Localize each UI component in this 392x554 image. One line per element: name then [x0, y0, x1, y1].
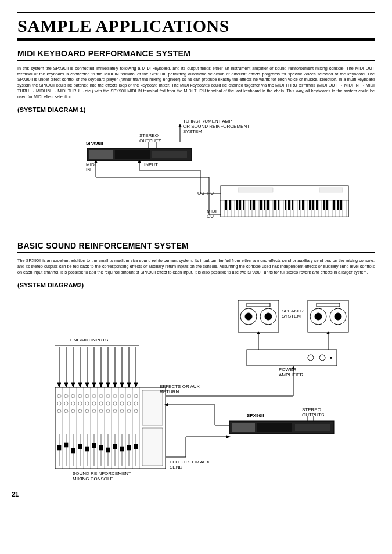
label-midi-out: MIDI OUT	[207, 209, 217, 220]
svg-rect-67	[292, 200, 293, 210]
svg-point-82	[245, 313, 252, 320]
svg-rect-164	[113, 444, 117, 449]
title-underline	[17, 38, 375, 41]
svg-rect-73	[323, 200, 325, 210]
label-spx90ii-2: SPX90II	[247, 413, 264, 419]
svg-rect-94	[247, 350, 337, 366]
svg-rect-60	[260, 200, 262, 210]
svg-rect-156	[85, 447, 89, 451]
svg-point-97	[330, 357, 332, 359]
svg-rect-76	[337, 200, 339, 210]
section1-body: In this system the SPX90II is connected …	[17, 66, 375, 99]
svg-rect-57	[243, 200, 244, 210]
svg-rect-154	[78, 444, 82, 449]
svg-rect-77	[340, 200, 342, 210]
label-midi-in: MIDI IN	[86, 163, 96, 173]
svg-rect-68	[299, 200, 300, 210]
svg-rect-2	[115, 150, 150, 159]
svg-rect-166	[120, 447, 124, 451]
label-fxsend: EFFECTS OR AUX SEND	[170, 460, 210, 470]
svg-rect-162	[106, 448, 110, 452]
label-fxreturn: EFFECTS OR AUX RETURN	[160, 384, 200, 395]
label-stereo-2: STEREO OUTPUTS	[302, 408, 324, 418]
label-linemic: LINE/MIC INPUTS	[70, 338, 108, 343]
label-output: OUTPUT	[197, 191, 217, 196]
svg-rect-148	[57, 445, 61, 450]
svg-rect-61	[264, 200, 265, 210]
section2-body: The SPX90II is an excellent addition to …	[17, 258, 375, 275]
svg-rect-160	[99, 445, 103, 450]
svg-rect-54	[229, 200, 231, 210]
svg-rect-65	[285, 200, 286, 210]
page-number: 21	[12, 491, 19, 498]
svg-rect-3	[152, 151, 187, 158]
svg-rect-195	[232, 423, 255, 432]
label-poweramp: POWER AMPLIFIER	[279, 368, 303, 378]
svg-rect-72	[316, 200, 318, 210]
svg-rect-75	[333, 200, 335, 210]
svg-rect-170	[134, 444, 138, 449]
svg-rect-55	[236, 200, 238, 210]
svg-rect-53	[225, 200, 227, 210]
document-page: SAMPLE APPLICATIONS MIDI KEYBOARD PERFOR…	[0, 0, 392, 503]
label-speaker: SPEAKER SYSTEM	[282, 309, 304, 319]
svg-rect-59	[253, 200, 255, 210]
label-to-amp: TO INSTRUMENT AMP OR SOUND REINFORCEMENT…	[183, 119, 250, 134]
svg-rect-56	[239, 200, 241, 210]
page-title: SAMPLE APPLICATIONS	[17, 16, 375, 36]
section2-subhead: (SYSTEM DIAGRAM2)	[17, 282, 375, 289]
system-diagram-1: TO INSTRUMENT AMP OR SOUND REINFORCEMENT…	[17, 119, 375, 229]
section1-underline	[17, 60, 375, 61]
svg-rect-63	[274, 200, 276, 210]
svg-rect-152	[71, 448, 75, 453]
svg-rect-69	[302, 200, 304, 210]
label-console: SOUND REINFORCEMENT MIXING CONSOLE	[73, 472, 131, 482]
section1-head: MIDI KEYBOARD PERFORMANCE SYSTEM	[17, 49, 375, 58]
svg-rect-150	[64, 443, 68, 447]
svg-rect-91	[317, 303, 340, 307]
svg-rect-62	[267, 200, 269, 210]
svg-rect-158	[92, 443, 96, 448]
svg-rect-64	[278, 200, 279, 210]
svg-rect-196	[257, 423, 292, 432]
svg-rect-70	[309, 200, 311, 210]
svg-rect-171	[142, 390, 163, 425]
svg-rect-79	[319, 188, 343, 192]
svg-point-88	[315, 313, 322, 320]
svg-rect-78	[238, 188, 273, 192]
top-rule	[17, 12, 375, 13]
svg-rect-71	[312, 200, 314, 210]
section2-underline	[17, 252, 375, 253]
system-diagram-2: LINE/MIC INPUTS SPEAKER SYSTEM POWER AMP…	[17, 294, 375, 492]
svg-rect-58	[250, 200, 251, 210]
label-stereo-outputs: STEREO OUTPUTS	[139, 134, 161, 144]
label-spx90ii: SPX90II	[86, 141, 103, 146]
svg-rect-1	[89, 150, 113, 159]
section2-head: BASIC SOUND REINFORCEMENT SYSTEM	[17, 241, 375, 250]
svg-point-90	[335, 313, 341, 320]
svg-rect-74	[326, 200, 328, 210]
svg-rect-66	[288, 200, 290, 210]
svg-rect-197	[295, 424, 330, 431]
svg-rect-168	[127, 445, 131, 450]
label-input: INPUT	[144, 163, 158, 168]
diagram1-svg	[17, 119, 375, 229]
svg-rect-85	[247, 303, 270, 307]
svg-rect-172	[142, 428, 163, 466]
svg-point-84	[265, 313, 272, 320]
section1-subhead: (SYSTEM DIAGRAM 1)	[17, 106, 375, 113]
